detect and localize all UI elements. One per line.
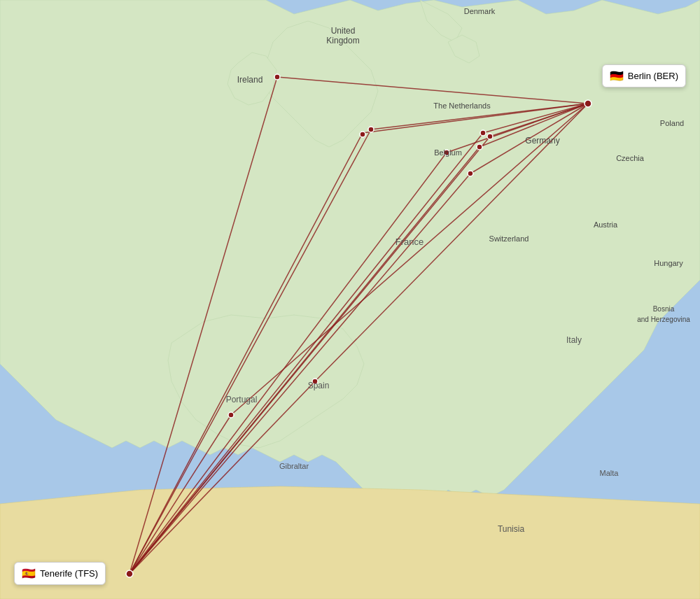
- label-portugal: Portugal: [226, 395, 258, 404]
- label-ireland: Ireland: [237, 75, 263, 85]
- label-italy: Italy: [566, 335, 582, 345]
- label-germany: Germany: [525, 136, 559, 146]
- label-denmark: Denmark: [464, 7, 496, 15]
- svg-point-23: [274, 74, 280, 80]
- berlin-label: Berlin (BER): [628, 71, 678, 81]
- label-spain: Spain: [308, 381, 330, 390]
- svg-point-31: [228, 412, 234, 418]
- label-czechia: Czechia: [616, 154, 645, 162]
- map-container: United Kingdom Ireland The Netherlands B…: [0, 0, 700, 599]
- spain-flag: 🇪🇸: [22, 567, 36, 580]
- svg-text:and Herzegovina: and Herzegovina: [637, 316, 690, 323]
- label-austria: Austria: [594, 220, 618, 229]
- berlin-airport-box[interactable]: 🇩🇪 Berlin (BER): [602, 64, 686, 87]
- svg-point-21: [584, 100, 592, 107]
- label-bosnia: Bosnia: [653, 305, 675, 313]
- label-tunisia: Tunisia: [498, 524, 525, 534]
- tenerife-label: Tenerife (TFS): [40, 568, 98, 579]
- label-malta: Malta: [600, 469, 620, 477]
- label-united-kingdom: United: [331, 26, 356, 36]
- label-belgium: Belgium: [434, 148, 462, 157]
- label-switzerland: Switzerland: [489, 234, 529, 243]
- svg-point-24: [368, 127, 374, 132]
- label-france: France: [396, 237, 424, 247]
- tenerife-airport-box[interactable]: 🇪🇸 Tenerife (TFS): [14, 562, 106, 585]
- svg-text:Kingdom: Kingdom: [326, 36, 359, 45]
- map-svg: United Kingdom Ireland The Netherlands B…: [0, 0, 700, 599]
- label-poland: Poland: [660, 119, 684, 127]
- label-netherlands: The Netherlands: [433, 101, 491, 110]
- svg-point-28: [487, 134, 493, 139]
- label-gibraltar: Gibraltar: [279, 462, 309, 470]
- svg-point-30: [468, 171, 473, 176]
- germany-flag: 🇩🇪: [610, 69, 624, 83]
- label-hungary: Hungary: [654, 259, 683, 267]
- svg-point-26: [480, 130, 486, 136]
- svg-point-22: [126, 570, 133, 577]
- svg-point-25: [360, 132, 365, 137]
- svg-point-29: [477, 144, 482, 150]
